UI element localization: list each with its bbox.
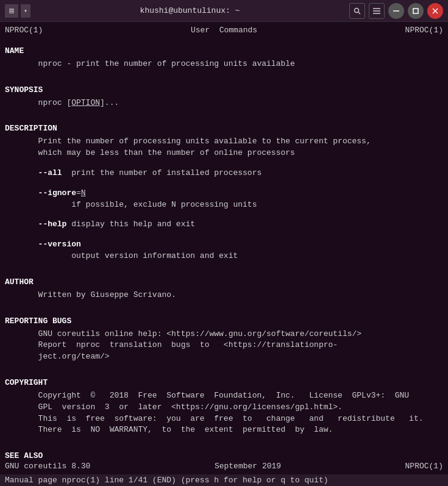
option-text: OPTION (71, 98, 100, 107)
bugs-line3: ject.org/team/> (5, 351, 443, 363)
section-author-title: AUTHOR (5, 277, 443, 288)
maximize-button[interactable] (408, 3, 424, 19)
terminal-window: ▤ ▾ khushi@ubuntulinux: ~ (0, 0, 448, 486)
copyright-line4: There is NO WARRANTY, to the extent perm… (5, 424, 443, 436)
ignore-n: N (81, 188, 86, 198)
minimize-button[interactable] (388, 3, 404, 19)
section-synopsis-content: nproc [OPTION]... (5, 98, 443, 109)
desc-help: --help display this help and exit (5, 219, 443, 230)
desc-version-desc: output version information and exit (5, 251, 443, 262)
section-author-content: Written by Giuseppe Scrivano. (5, 290, 443, 301)
desc-line1: Print the number of processing units ava… (5, 136, 443, 148)
titlebar: ▤ ▾ khushi@ubuntulinux: ~ (0, 0, 448, 22)
section-seealso-title: SEE ALSO (5, 451, 443, 459)
section-description-title: DESCRIPTION (5, 123, 443, 135)
desc-ignore-desc: if possible, exclude N processing units (5, 199, 443, 211)
man-footer: GNU coreutils 8.30 September 2019 NPROC(… (5, 459, 443, 471)
section-bugs-title: REPORTING BUGS (5, 316, 443, 327)
all-flag: --all (38, 168, 62, 177)
desc-ignore: --ignore=N (5, 188, 443, 199)
section-copyright-title: COPYRIGHT (5, 377, 443, 389)
titlebar-dropdown[interactable]: ▾ (21, 4, 30, 18)
desc-version: --version (5, 239, 443, 251)
desc-line2: which may be less than the number of onl… (5, 148, 443, 159)
search-button[interactable] (349, 3, 365, 19)
header-center: User Commands (191, 26, 257, 35)
titlebar-controls (349, 3, 443, 19)
header-right: NPROC(1) (405, 26, 443, 35)
man-body: NAME nproc - print the number of process… (5, 40, 443, 459)
bugs-line2: Report nproc translation bugs to <https:… (5, 340, 443, 351)
svg-line-1 (358, 12, 360, 14)
help-flag: --help (38, 220, 67, 229)
svg-rect-6 (413, 9, 418, 13)
footer-right: NPROC(1) (405, 462, 443, 471)
terminal-content: NPROC(1) User Commands NPROC(1) NAME npr… (0, 22, 448, 474)
desc-all: --all print the number of installed proc… (5, 168, 443, 179)
header-left: NPROC(1) (5, 26, 43, 35)
ignore-flag: --ignore (38, 188, 76, 198)
section-name-title: NAME (5, 46, 443, 57)
copyright-line2: GPL version 3 or later <https://gnu.org/… (5, 402, 443, 413)
section-synopsis-title: SYNOPSIS (5, 85, 443, 96)
version-flag: --version (38, 240, 81, 249)
titlebar-left: ▤ ▾ (5, 4, 30, 18)
status-bar: Manual page nproc(1) line 1/41 (END) (pr… (0, 474, 448, 486)
copyright-line1: Copyright © 2018 Free Software Foundatio… (5, 390, 443, 402)
menu-button[interactable] (369, 3, 385, 19)
bugs-line1: GNU coreutils online help: <https://www.… (5, 329, 443, 340)
man-header: NPROC(1) User Commands NPROC(1) (5, 26, 443, 35)
titlebar-title: khushi@ubuntulinux: ~ (140, 6, 240, 15)
section-name-content: nproc - print the number of processing u… (5, 59, 443, 70)
footer-left: GNU coreutils 8.30 (5, 462, 90, 471)
close-button[interactable] (427, 3, 443, 19)
svg-point-0 (354, 8, 358, 12)
terminal-icon: ▤ (5, 4, 18, 18)
copyright-line3: This is free software: you are free to c… (5, 413, 443, 425)
footer-center: September 2019 (215, 462, 281, 471)
